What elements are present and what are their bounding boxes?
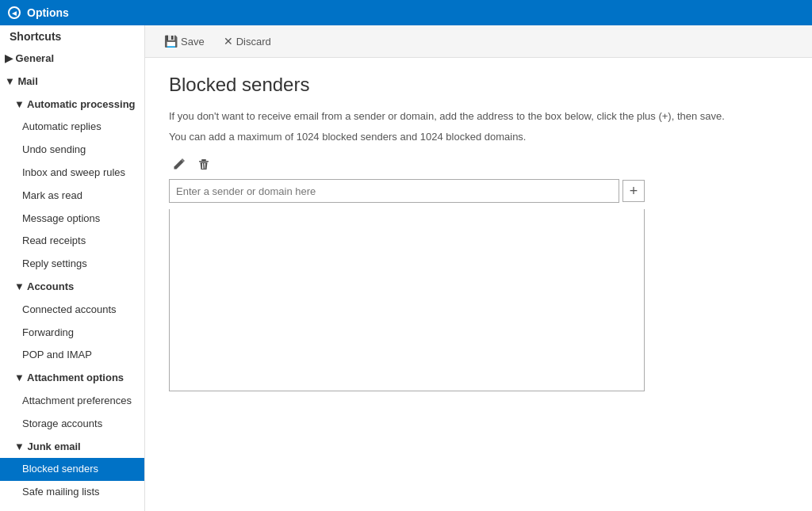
discard-button[interactable]: ✕ Discard (220, 33, 274, 49)
save-label: Save (181, 36, 205, 48)
save-button[interactable]: 💾 Save (161, 33, 208, 49)
sidebar-item-attachment-options[interactable]: ▼ Attachment options (0, 367, 144, 390)
discard-label: Discard (236, 36, 271, 48)
sidebar-item-read-receipts[interactable]: Read receipts (0, 230, 144, 253)
sidebar-item-mail[interactable]: ▼ Mail (0, 71, 144, 93)
pencil-icon (172, 158, 185, 171)
sidebar-item-accounts[interactable]: ▼ Accounts (0, 276, 144, 299)
blocked-list[interactable] (169, 209, 645, 391)
sidebar-item-attachment-preferences[interactable]: Attachment preferences (0, 390, 144, 413)
discard-icon: ✕ (224, 35, 233, 48)
sidebar-item-safe-mailing-lists[interactable]: Safe mailing lists (0, 481, 144, 504)
add-button[interactable]: + (622, 180, 645, 202)
sidebar-item-pop-imap[interactable]: POP and IMAP (0, 344, 144, 367)
svg-rect-0 (201, 159, 206, 161)
top-bar: ◄ Options (0, 0, 812, 25)
delete-button[interactable] (194, 157, 213, 173)
edit-button[interactable] (169, 157, 188, 173)
app-title: Options (27, 6, 69, 19)
description2: You can add a maximum of 1024 blocked se… (169, 129, 788, 145)
sidebar-item-reply-settings[interactable]: Reply settings (0, 253, 144, 276)
sidebar-item-safe-senders[interactable]: Safe senders (0, 504, 144, 511)
sidebar-item-junk-email[interactable]: ▼ Junk email (0, 436, 144, 459)
sidebar-item-message-options[interactable]: Message options (0, 208, 144, 231)
description1: If you don't want to receive email from … (169, 109, 788, 124)
page-content: Blocked senders If you don't want to rec… (145, 58, 812, 407)
sidebar-item-forwarding[interactable]: Forwarding (0, 322, 144, 345)
sidebar-item-inbox-sweep[interactable]: Inbox and sweep rules (0, 162, 144, 185)
sidebar-item-blocked-senders[interactable]: Blocked senders (0, 458, 144, 481)
shortcuts-item[interactable]: Shortcuts (0, 25, 144, 48)
sidebar-item-general[interactable]: ▶ General (0, 48, 144, 71)
edit-controls (169, 157, 788, 173)
sidebar-item-connected-accounts[interactable]: Connected accounts (0, 299, 144, 322)
page-title: Blocked senders (169, 74, 788, 96)
content-area: 💾 Save ✕ Discard Blocked senders If you … (145, 25, 812, 511)
svg-rect-1 (199, 161, 209, 162)
sidebar-item-automatic-replies[interactable]: Automatic replies (0, 116, 144, 139)
trash-icon (197, 158, 210, 171)
save-icon: 💾 (164, 35, 178, 48)
sidebar: Shortcuts ▶ General▼ Mail▼ Automatic pro… (0, 25, 145, 511)
toolbar: 💾 Save ✕ Discard (145, 25, 812, 58)
main-layout: Shortcuts ▶ General▼ Mail▼ Automatic pro… (0, 25, 812, 511)
sidebar-item-storage-accounts[interactable]: Storage accounts (0, 413, 144, 436)
sidebar-item-mark-as-read[interactable]: Mark as read (0, 185, 144, 208)
input-row: + (169, 179, 645, 203)
sidebar-item-automatic-processing[interactable]: ▼ Automatic processing (0, 93, 144, 116)
sidebar-item-undo-sending[interactable]: Undo sending (0, 139, 144, 162)
sender-input[interactable] (169, 179, 619, 203)
back-icon[interactable]: ◄ (8, 6, 21, 19)
